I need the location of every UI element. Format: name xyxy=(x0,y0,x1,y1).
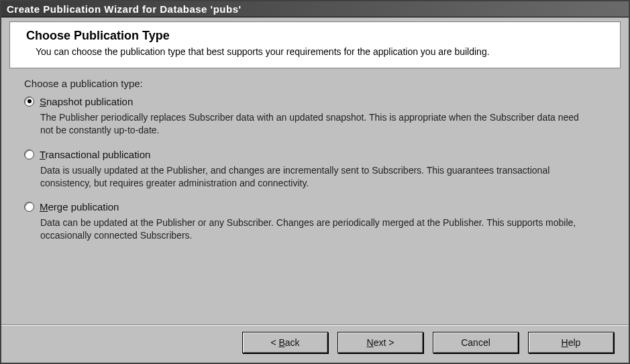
label-rest: napshot publication xyxy=(46,96,133,107)
radio-merge[interactable] xyxy=(24,202,34,212)
prefix: < xyxy=(270,337,278,348)
option-merge: Merge publication Data can be updated at… xyxy=(24,201,606,242)
radio-snapshot[interactable] xyxy=(24,97,34,107)
wizard-window: Create Publication Wizard for Database '… xyxy=(0,0,630,364)
option-transactional-row[interactable]: Transactional publication xyxy=(24,149,606,160)
rest: elp xyxy=(568,337,581,348)
mnemonic: M xyxy=(40,201,48,213)
option-merge-row[interactable]: Merge publication xyxy=(24,201,606,213)
label-rest: erge publication xyxy=(48,201,119,213)
option-snapshot-label: Snapshot publication xyxy=(40,96,133,107)
back-button[interactable]: < Back xyxy=(242,332,328,353)
spacer xyxy=(1,332,233,353)
rest: ack xyxy=(285,337,300,348)
option-snapshot: Snapshot publication The Publisher perio… xyxy=(24,96,606,137)
mnemonic: B xyxy=(278,337,284,348)
option-merge-description: Data can be updated at the Publisher or … xyxy=(24,217,588,242)
option-transactional-description: Data is usually updated at the Publisher… xyxy=(24,164,588,190)
mnemonic: S xyxy=(40,96,46,107)
next-button[interactable]: Next > xyxy=(337,332,423,353)
label: Cancel xyxy=(461,337,490,348)
option-transactional: Transactional publication Data is usuall… xyxy=(24,149,606,190)
mnemonic: N xyxy=(367,337,374,348)
label-rest: ransactional publication xyxy=(46,149,151,160)
option-snapshot-description: The Publisher periodically replaces Subs… xyxy=(24,111,588,137)
mnemonic: T xyxy=(40,149,46,160)
radio-transactional[interactable] xyxy=(24,149,34,160)
wizard-button-row: < Back Next > Cancel Help xyxy=(1,324,629,363)
window-title: Create Publication Wizard for Database '… xyxy=(7,3,242,15)
radio-dot-icon xyxy=(28,99,32,103)
choose-type-prompt: Choose a publication type: xyxy=(24,78,606,89)
page-title: Choose Publication Type xyxy=(26,29,608,43)
wizard-header-panel: Choose Publication Type You can choose t… xyxy=(9,21,621,68)
page-subtitle: You can choose the publication type that… xyxy=(26,46,608,58)
option-snapshot-row[interactable]: Snapshot publication xyxy=(24,96,606,107)
option-transactional-label: Transactional publication xyxy=(40,149,150,160)
window-titlebar: Create Publication Wizard for Database '… xyxy=(1,1,629,17)
cancel-button[interactable]: Cancel xyxy=(433,332,519,353)
option-merge-label: Merge publication xyxy=(40,201,119,213)
help-button[interactable]: Help xyxy=(528,332,614,353)
rest: ext > xyxy=(374,337,395,348)
mnemonic: H xyxy=(562,337,568,348)
wizard-content: Choose a publication type: Snapshot publ… xyxy=(1,68,629,324)
